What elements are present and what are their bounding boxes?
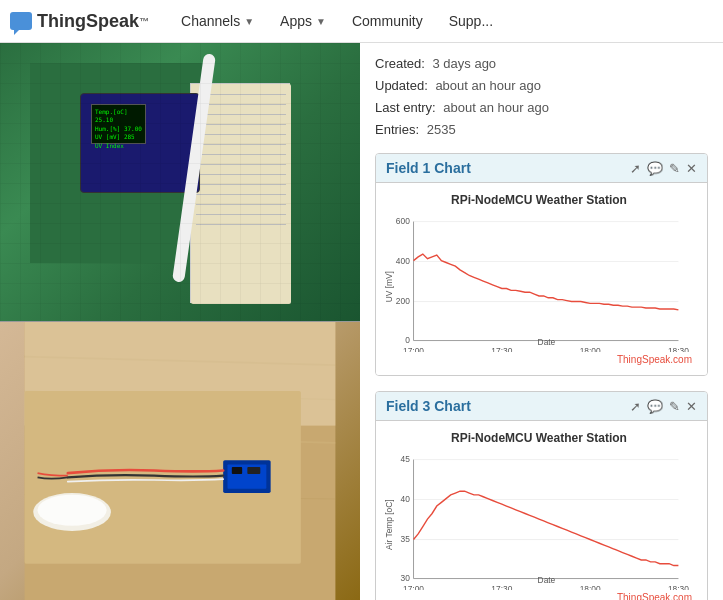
entries-label: Entries:: [375, 122, 419, 137]
photo-bottom: [0, 321, 360, 600]
svg-text:Air Temp [oC]: Air Temp [oC]: [384, 500, 394, 550]
svg-text:17:30: 17:30: [491, 584, 512, 590]
brand-name: ThingSpeak: [37, 11, 139, 32]
community-label: Community: [352, 13, 423, 29]
svg-text:18:30: 18:30: [668, 584, 689, 590]
created-row: Created: 3 days ago: [375, 53, 708, 75]
chart2-watermark: ThingSpeak.com: [381, 590, 697, 600]
chart2-title: Field 3 Chart: [386, 398, 471, 414]
navbar: ThingSpeak™ Channels ▼ Apps ▼ Community …: [0, 0, 723, 43]
apps-label: Apps: [280, 13, 312, 29]
nav-links: Channels ▼ Apps ▼ Community Supp...: [169, 7, 505, 35]
entries-row: Entries: 2535: [375, 119, 708, 141]
right-panel: Created: 3 days ago Updated: about an ho…: [360, 43, 723, 600]
last-entry-label: Last entry:: [375, 100, 436, 115]
svg-text:17:00: 17:00: [403, 346, 424, 352]
mat-grid-svg: [0, 43, 360, 321]
created-value: 3 days ago: [433, 56, 497, 71]
svg-text:45: 45: [400, 455, 410, 465]
svg-text:200: 200: [396, 297, 410, 307]
chart2-card: Field 3 Chart ➚ 💬 ✎ ✕ RPi-NodeMCU Weathe…: [375, 391, 708, 600]
chart2-svg: Air Temp [oC]: [381, 450, 697, 590]
svg-text:600: 600: [396, 217, 410, 227]
chart2-icons: ➚ 💬 ✎ ✕: [630, 399, 697, 414]
svg-text:Date: Date: [538, 338, 556, 348]
updated-value: about an hour ago: [435, 78, 541, 93]
brand-logo: ThingSpeak™: [10, 11, 149, 32]
svg-text:UV [mV]: UV [mV]: [384, 271, 394, 302]
chart2-plot-title: RPi-NodeMCU Weather Station: [381, 431, 697, 445]
entries-value: 2535: [427, 122, 456, 137]
chart1-comment-icon[interactable]: 💬: [647, 161, 663, 176]
channels-label: Channels: [181, 13, 240, 29]
svg-text:35: 35: [400, 535, 410, 545]
chart1-edit-icon[interactable]: ✎: [669, 161, 680, 176]
svg-text:17:00: 17:00: [403, 584, 424, 590]
svg-text:18:00: 18:00: [580, 346, 601, 352]
updated-label: Updated:: [375, 78, 428, 93]
svg-text:40: 40: [400, 495, 410, 505]
chart1-container: UV [mV] 60: [381, 212, 697, 352]
wood-surface-svg: [0, 322, 360, 600]
chart1-icons: ➚ 💬 ✎ ✕: [630, 161, 697, 176]
svg-point-28: [38, 495, 107, 526]
svg-rect-25: [232, 467, 242, 474]
chart1-title: Field 1 Chart: [386, 160, 471, 176]
brand-tm: ™: [139, 16, 149, 27]
chart2-body: RPi-NodeMCU Weather Station Air Temp [oC…: [376, 421, 707, 600]
main-content: Temp.[oC] 25.10Hum.[%] 37.00UV [mV] 285U…: [0, 43, 723, 600]
chart1-svg: UV [mV] 60: [381, 212, 697, 352]
apps-arrow-icon: ▼: [316, 16, 326, 27]
svg-rect-15: [0, 43, 360, 321]
chart1-external-link-icon[interactable]: ➚: [630, 161, 641, 176]
channel-info: Created: 3 days ago Updated: about an ho…: [375, 53, 708, 141]
svg-text:18:00: 18:00: [580, 584, 601, 590]
last-entry-value: about an hour ago: [443, 100, 549, 115]
svg-text:0: 0: [405, 336, 410, 346]
chart1-header: Field 1 Chart ➚ 💬 ✎ ✕: [376, 154, 707, 183]
chart1-watermark: ThingSpeak.com: [381, 352, 697, 370]
chart2-external-link-icon[interactable]: ➚: [630, 399, 641, 414]
nav-apps[interactable]: Apps ▼: [268, 7, 338, 35]
svg-text:Date: Date: [538, 576, 556, 586]
photo-top: Temp.[oC] 25.10Hum.[%] 37.00UV [mV] 285U…: [0, 43, 360, 321]
chart1-card: Field 1 Chart ➚ 💬 ✎ ✕ RPi-NodeMCU Weathe…: [375, 153, 708, 376]
nav-community[interactable]: Community: [340, 7, 435, 35]
updated-row: Updated: about an hour ago: [375, 75, 708, 97]
chart1-close-icon[interactable]: ✕: [686, 161, 697, 176]
svg-text:17:30: 17:30: [491, 346, 512, 352]
support-label: Supp...: [449, 13, 493, 29]
svg-text:18:30: 18:30: [668, 346, 689, 352]
chart2-comment-icon[interactable]: 💬: [647, 399, 663, 414]
channels-arrow-icon: ▼: [244, 16, 254, 27]
last-entry-row: Last entry: about an hour ago: [375, 97, 708, 119]
svg-text:400: 400: [396, 257, 410, 267]
created-label: Created:: [375, 56, 425, 71]
chart2-container: Air Temp [oC]: [381, 450, 697, 590]
nav-support[interactable]: Supp...: [437, 7, 505, 35]
nav-channels[interactable]: Channels ▼: [169, 7, 266, 35]
chart2-edit-icon[interactable]: ✎: [669, 399, 680, 414]
chart2-header: Field 3 Chart ➚ 💬 ✎ ✕: [376, 392, 707, 421]
svg-text:30: 30: [400, 574, 410, 584]
left-panel: Temp.[oC] 25.10Hum.[%] 37.00UV [mV] 285U…: [0, 43, 360, 600]
chart2-close-icon[interactable]: ✕: [686, 399, 697, 414]
svg-rect-26: [247, 467, 260, 474]
chart1-body: RPi-NodeMCU Weather Station UV [mV]: [376, 183, 707, 375]
chart1-plot-title: RPi-NodeMCU Weather Station: [381, 193, 697, 207]
thingspeak-logo-icon: [10, 12, 32, 30]
